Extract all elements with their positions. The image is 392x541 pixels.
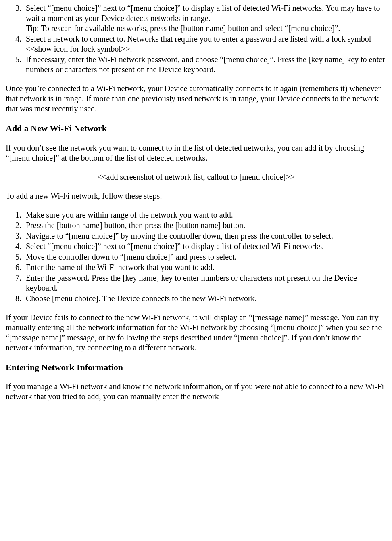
connection-fail-paragraph: If your Device fails to connect to the n… [6, 312, 386, 353]
list-item: Enter the password. Press the [key name]… [23, 273, 386, 293]
list-item: If necessary, enter the Wi-Fi network pa… [23, 55, 386, 75]
connected-paragraph: Once you’re connected to a Wi-Fi network… [6, 84, 386, 114]
list-item: Choose [menu choice]. The Device connect… [23, 294, 386, 304]
list-item: Navigate to “[menu choice]” by moving th… [23, 231, 386, 241]
add-wifi-steps-list: Make sure you are within range of the ne… [6, 210, 386, 304]
list-item: Select “[menu choice]” next to “[menu ch… [23, 3, 386, 34]
list-item: Select a network to connect to. Networks… [23, 34, 386, 54]
list-item: Select “[menu choice]” next to “[menu ch… [23, 241, 386, 252]
add-wifi-steps-intro: To add a new Wi-Fi network, follow these… [6, 191, 386, 201]
screenshot-placeholder: <<add screenshot of network list, callou… [6, 172, 386, 182]
add-wifi-intro-paragraph: If you don’t see the network you want to… [6, 143, 386, 163]
network-info-paragraph: If you manage a Wi-Fi network and know t… [6, 382, 386, 402]
list-item: Move the controller down to “[menu choic… [23, 252, 386, 262]
list-item: Make sure you are within range of the ne… [23, 210, 386, 220]
list-item: Enter the name of the Wi-Fi network that… [23, 262, 386, 273]
connect-steps-list: Select “[menu choice]” next to “[menu ch… [6, 3, 386, 75]
network-info-heading: Entering Network Information [6, 362, 386, 373]
list-item: Press the [button name] button, then pre… [23, 220, 386, 231]
add-wifi-heading: Add a New Wi-Fi Network [6, 123, 386, 134]
